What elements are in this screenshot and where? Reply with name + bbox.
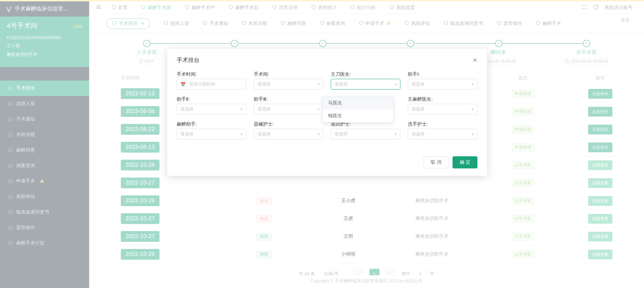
form-select[interactable]: 请选择▾ [177,129,246,139]
chevron-down-icon: ▾ [241,132,243,136]
placeholder: 请选择 [334,131,348,137]
form-select[interactable]: 请选择▾ [331,79,400,90]
placeholder: 请选择 [180,106,193,112]
form-item-7: 主麻醉医生:请选择▾ [408,96,477,115]
form-item-8: 麻醉助手:请选择▾ [177,121,246,139]
placeholder: 请选择 [412,106,425,112]
form-item-0: 手术时间:📅选择日期时间 [177,71,246,90]
chevron-down-icon: ▾ [472,132,474,136]
chevron-down-icon: ▾ [318,132,320,136]
form-select[interactable]: 请选择▾ [254,129,323,139]
chevron-down-icon: ▾ [318,107,320,111]
form-label: 主刀医生: [331,71,400,77]
cancel-button[interactable]: 取 消 [424,156,449,168]
calendar-icon: 📅 [180,82,186,87]
form-select[interactable]: 📅选择日期时间 [177,79,246,90]
close-icon[interactable]: ✕ [472,57,477,64]
form-select[interactable]: 请选择▾ [408,129,477,139]
placeholder: 请选择 [180,131,193,137]
dropdown-option[interactable]: 马医生 [323,97,393,109]
form-item-2: 主刀医生:请选择▾ [331,71,400,90]
modal-title: 手术排台 [177,56,200,64]
form-select[interactable]: 请选择▾ [177,104,246,115]
form-item-11: 洗手护士:请选择▾ [408,121,477,139]
confirm-button[interactable]: 确 定 [453,156,477,168]
form-select[interactable]: 请选择▾ [254,104,323,115]
form-item-10: 巡回护士:请选择▾ [331,121,400,139]
form-select[interactable]: 请选择▾ [254,79,323,90]
placeholder: 请选择 [412,81,425,87]
placeholder: 请选择 [257,131,271,137]
form-label: 主麻醉医生: [408,96,477,102]
chevron-down-icon: ▾ [472,107,474,111]
form-item-1: 手术间:请选择▾ [254,71,323,90]
chevron-down-icon: ▾ [395,82,397,87]
form-label: 器械护士: [254,121,323,127]
form-select[interactable]: 请选择▾ [331,129,400,139]
chevron-down-icon: ▾ [472,82,474,87]
chevron-down-icon: ▾ [241,107,243,111]
placeholder: 选择日期时间 [189,81,215,87]
form-item-9: 器械护士:请选择▾ [254,121,323,139]
form-item-4: 助手Ⅱ:请选择▾ [177,96,246,115]
dropdown-option[interactable]: 钱医生 [323,109,393,122]
chevron-down-icon: ▾ [395,132,397,136]
form-label: 麻醉助手: [177,121,246,127]
placeholder: 请选择 [334,81,348,87]
doctor-dropdown: 马医生钱医生 [322,96,394,123]
placeholder: 请选择 [257,81,271,87]
form-item-3: 助手Ⅰ:请选择▾ [408,71,477,90]
form-label: 助手Ⅱ: [177,96,246,102]
placeholder: 请选择 [257,106,271,112]
form-label: 助手Ⅲ: [254,96,323,102]
chevron-down-icon: ▾ [318,82,320,87]
form-label: 手术时间: [177,71,246,77]
form-label: 洗手护士: [408,121,477,127]
placeholder: 请选择 [412,131,425,137]
form-select[interactable]: 请选择▾ [408,104,477,115]
form-label: 助手Ⅰ: [408,71,477,77]
form-label: 手术间: [254,71,323,77]
form-select[interactable]: 请选择▾ [408,79,477,90]
form-item-5: 助手Ⅲ:请选择▾ [254,96,323,115]
